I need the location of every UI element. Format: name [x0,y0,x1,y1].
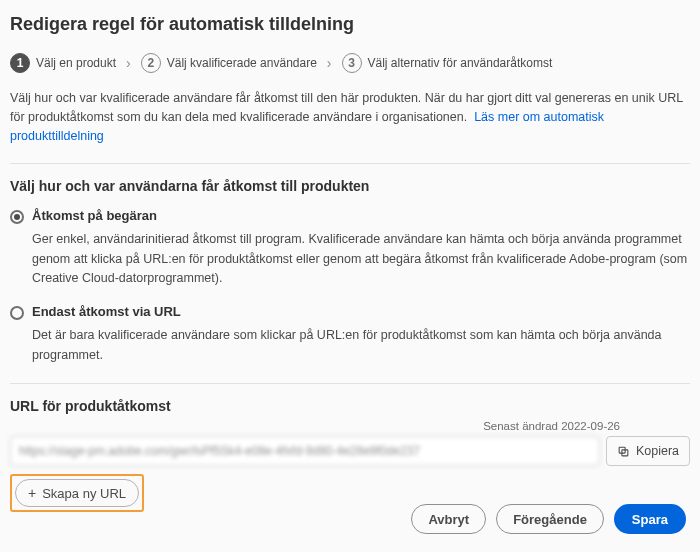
radio-option-url-only[interactable]: Endast åtkomst via URL [10,304,690,320]
step-1-label: Välj en produkt [36,56,116,70]
access-heading: Välj hur och var användarna får åtkomst … [10,178,690,194]
divider [10,163,690,164]
step-3-label: Välj alternativ för användaråtkomst [368,56,553,70]
footer-actions: Avbryt Föregående Spara [411,504,686,534]
plus-icon: + [28,486,36,500]
radio-option-on-request[interactable]: Åtkomst på begäran [10,208,690,224]
radio-icon[interactable] [10,306,24,320]
step-2-label: Välj kvalificerade användare [167,56,317,70]
step-2-number: 2 [141,53,161,73]
step-3[interactable]: 3 Välj alternativ för användaråtkomst [342,53,553,73]
stepper: 1 Välj en produkt › 2 Välj kvalificerade… [10,53,690,73]
last-modified: Senast ändrad 2022-09-26 [10,420,690,432]
radio-desc-url-only: Det är bara kvalificerade användare som … [32,326,690,365]
last-modified-date: 2022-09-26 [561,420,620,432]
product-access-url-input[interactable]: https://stage-pm.adobe.com/gwr/lsPf5Sk4-… [10,436,600,466]
step-3-number: 3 [342,53,362,73]
divider [10,383,690,384]
save-button[interactable]: Spara [614,504,686,534]
url-row: https://stage-pm.adobe.com/gwr/lsPf5Sk4-… [10,436,690,466]
radio-label-url-only: Endast åtkomst via URL [32,304,181,319]
radio-icon[interactable] [10,210,24,224]
create-new-url-label: Skapa ny URL [42,486,126,501]
chevron-right-icon: › [327,55,332,71]
step-2[interactable]: 2 Välj kvalificerade användare [141,53,317,73]
copy-icon [617,445,630,458]
cancel-button[interactable]: Avbryt [411,504,486,534]
copy-button-label: Kopiera [636,444,679,458]
url-section-title: URL för produktåtkomst [10,398,690,414]
chevron-right-icon: › [126,55,131,71]
radio-desc-on-request: Ger enkel, användarinitierad åtkomst til… [32,230,690,288]
intro-text: Välj hur och var kvalificerade användare… [10,89,690,145]
page-title: Redigera regel för automatisk tilldelnin… [10,14,690,35]
step-1-number: 1 [10,53,30,73]
previous-button[interactable]: Föregående [496,504,604,534]
create-new-url-button[interactable]: + Skapa ny URL [15,479,139,507]
last-modified-label: Senast ändrad [483,420,558,432]
radio-label-on-request: Åtkomst på begäran [32,208,157,223]
copy-button[interactable]: Kopiera [606,436,690,466]
step-1[interactable]: 1 Välj en produkt [10,53,116,73]
create-url-highlight: + Skapa ny URL [10,474,144,512]
